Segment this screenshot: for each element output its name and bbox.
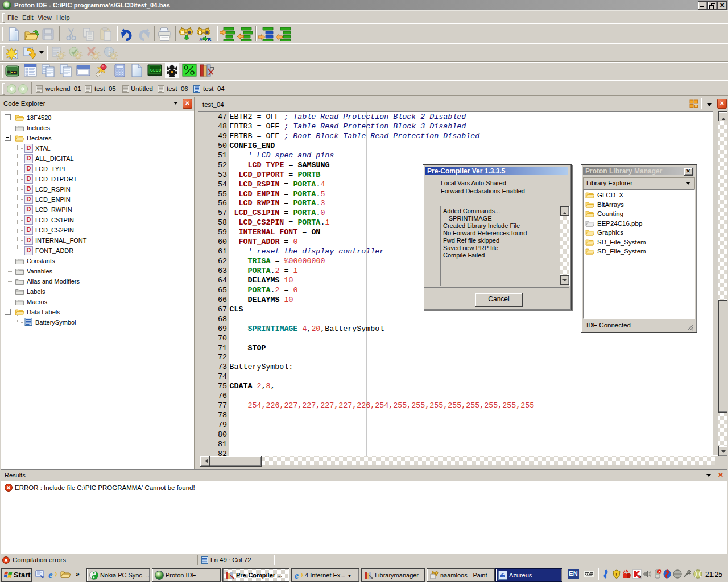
svg-text:e: e	[295, 571, 299, 580]
svg-text:A: A	[199, 37, 203, 43]
svg-text:B: B	[208, 37, 212, 43]
svg-text:GLCD: GLCD	[150, 68, 161, 73]
svg-text:!: !	[615, 572, 617, 577]
svg-text:e: e	[48, 569, 53, 579]
